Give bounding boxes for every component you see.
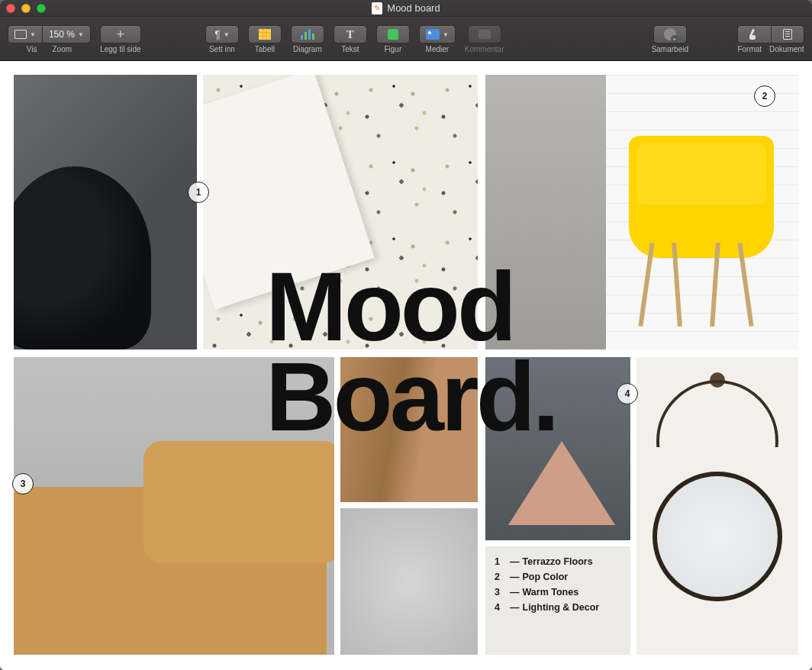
text-label: Tekst [341, 45, 359, 53]
pin-2[interactable]: 2 [754, 85, 775, 107]
legend-row: 1—Terrazzo Floors [495, 554, 621, 569]
image-dark-chair[interactable] [14, 75, 197, 349]
text-icon: T [346, 28, 354, 41]
media-label: Medier [426, 45, 450, 53]
table-group: Tabell [248, 25, 282, 53]
view-zoom-group: ▼ 150 %▼ Vis Zoom [8, 25, 91, 53]
legend-row: 2—Pop Color [495, 569, 621, 585]
chart-label: Diagram [293, 45, 322, 53]
document-panel-icon [783, 29, 792, 40]
view-button[interactable]: ▼ [8, 25, 42, 43]
add-page-button[interactable]: + [100, 25, 141, 43]
comment-button[interactable] [468, 25, 501, 43]
pin-3[interactable]: 3 [12, 473, 34, 494]
brush-icon [749, 29, 760, 40]
title-text[interactable]: Mood Board. [266, 262, 556, 442]
chart-group: Diagram [291, 25, 324, 53]
document-button[interactable] [771, 25, 804, 43]
table-label: Tabell [255, 45, 275, 53]
maximize-window-button[interactable] [37, 4, 46, 13]
title-line-2: Board. [266, 352, 556, 442]
chevron-down-icon: ▼ [78, 31, 84, 38]
collaborate-group: Samarbeid [652, 25, 688, 53]
collaborate-button[interactable] [653, 25, 687, 43]
collaborate-icon [664, 28, 676, 40]
shape-group: Figur [376, 25, 410, 53]
insert-label: Sett inn [209, 45, 235, 53]
comment-icon [478, 30, 491, 39]
image-fur[interactable] [340, 508, 478, 655]
text-group: T Tekst [334, 25, 367, 53]
chart-icon [301, 29, 314, 40]
add-page-group: + Legg til side [100, 25, 141, 53]
view-label: Vis [27, 45, 37, 53]
page[interactable]: 1—Terrazzo Floors 2—Pop Color 3—Warm Ton… [14, 75, 798, 656]
window-controls [6, 4, 46, 13]
plus-icon: + [117, 27, 125, 43]
chevron-down-icon: ▼ [443, 31, 449, 38]
view-icon [14, 30, 27, 39]
window-title-text: Mood board [387, 2, 440, 14]
media-group: ▼ Medier [419, 25, 456, 53]
shape-button[interactable] [376, 25, 410, 43]
titlebar: ✎ Mood board [0, 0, 812, 17]
title-line-1: Mood [266, 262, 556, 352]
close-window-button[interactable] [6, 4, 15, 13]
legend-panel[interactable]: 1—Terrazzo Floors 2—Pop Color 3—Warm Ton… [485, 546, 630, 655]
window-title: ✎ Mood board [0, 2, 812, 14]
insert-button[interactable]: ¶▼ [205, 25, 239, 43]
text-button[interactable]: T [334, 25, 367, 43]
pilcrow-icon: ¶ [214, 28, 221, 40]
document-label: Dokument [769, 45, 804, 53]
comment-label: Kommentar [465, 45, 504, 53]
format-button[interactable] [737, 25, 771, 43]
shape-label: Figur [384, 45, 401, 53]
pin-1[interactable]: 1 [188, 182, 209, 203]
document-icon: ✎ [372, 2, 382, 14]
chevron-down-icon: ▼ [224, 31, 230, 38]
insert-group: ¶▼ Sett inn [205, 25, 239, 53]
pin-4[interactable]: 4 [617, 383, 638, 404]
legend-row: 3—Warm Tones [495, 585, 621, 600]
image-round-mirror[interactable] [636, 357, 798, 655]
zoom-label: Zoom [53, 45, 72, 53]
chevron-down-icon: ▼ [30, 31, 36, 38]
image-yellow-chair[interactable] [606, 75, 798, 349]
minimize-window-button[interactable] [21, 4, 31, 13]
comment-group: Kommentar [465, 25, 504, 53]
app-window: ✎ Mood board ▼ 150 %▼ Vis Zoom + Le [0, 0, 812, 670]
add-page-label: Legg til side [100, 45, 140, 53]
media-icon [426, 29, 440, 40]
document-canvas[interactable]: 1—Terrazzo Floors 2—Pop Color 3—Warm Ton… [0, 61, 812, 670]
table-button[interactable] [248, 25, 282, 43]
collaborate-label: Samarbeid [652, 45, 688, 53]
toolbar: ▼ 150 %▼ Vis Zoom + Legg til side ¶▼ Set… [0, 17, 812, 61]
chart-button[interactable] [291, 25, 324, 43]
format-document-group: Format Dokument [737, 25, 804, 53]
format-label: Format [737, 45, 762, 53]
table-icon [259, 29, 271, 40]
zoom-button[interactable]: 150 %▼ [42, 25, 91, 43]
media-button[interactable]: ▼ [419, 25, 456, 43]
shape-icon [388, 29, 398, 40]
legend-row: 4—Lighting & Decor [495, 600, 621, 615]
zoom-value: 150 % [49, 29, 75, 40]
